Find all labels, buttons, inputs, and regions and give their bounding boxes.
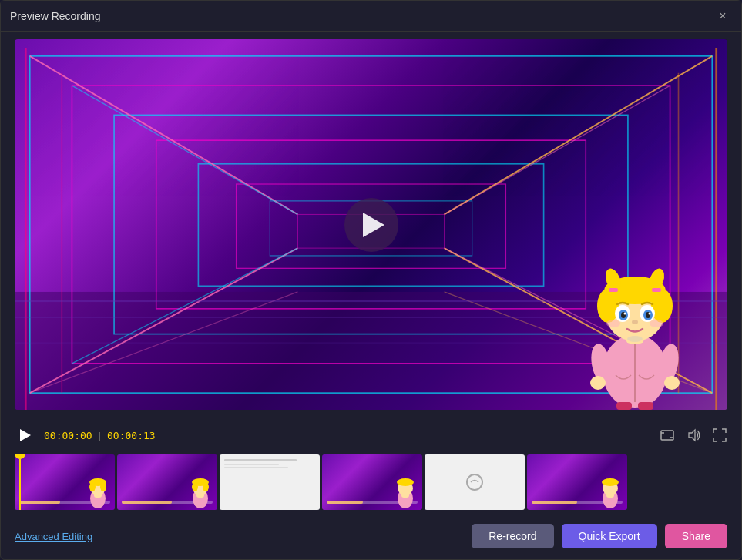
svg-point-47 [650, 320, 663, 327]
titlebar: Preview Recording × [1, 1, 741, 32]
svg-point-70 [203, 482, 209, 491]
fullscreen-button[interactable] [712, 428, 727, 443]
share-button[interactable]: Share [665, 524, 727, 548]
filmstrip-thumb-3[interactable] [220, 454, 320, 510]
svg-point-64 [100, 482, 106, 491]
filmstrip-thumb-4[interactable] [322, 454, 422, 510]
footer: Advanced Editing Re-record Quick Export … [1, 516, 741, 559]
svg-point-31 [597, 289, 619, 323]
volume-button[interactable] [686, 428, 701, 443]
seek-indicator[interactable] [15, 454, 25, 510]
svg-line-15 [445, 86, 670, 214]
avatar-character [573, 240, 697, 410]
svg-line-9 [30, 56, 298, 215]
svg-line-11 [72, 86, 297, 214]
play-button-overlay[interactable] [344, 198, 398, 252]
thumb-avatar-4 [392, 471, 419, 510]
svg-point-44 [649, 313, 651, 315]
svg-rect-55 [661, 431, 673, 440]
control-icons-group [660, 428, 727, 443]
time-current: 00:00:00 [44, 430, 92, 441]
svg-point-74 [397, 478, 414, 486]
filmstrip-inner [15, 454, 727, 510]
thumb-bg-5 [425, 454, 525, 510]
svg-point-75 [467, 474, 482, 490]
svg-point-43 [624, 313, 626, 315]
thumb-avatar-6 [597, 471, 624, 510]
svg-point-32 [651, 289, 673, 323]
svg-rect-54 [638, 402, 653, 410]
play-pause-button[interactable] [15, 424, 36, 446]
filmstrip-thumb-5[interactable] [425, 454, 525, 510]
svg-rect-36 [652, 288, 661, 292]
thumb-bg-3 [220, 454, 320, 510]
video-player[interactable] [15, 39, 727, 410]
rerecord-button[interactable]: Re-record [472, 524, 553, 548]
svg-point-48 [627, 336, 643, 342]
aspect-ratio-button[interactable] [660, 428, 675, 443]
quick-export-button[interactable]: Quick Export [562, 524, 657, 548]
close-button[interactable]: × [713, 7, 732, 25]
svg-point-51 [590, 376, 606, 390]
svg-point-69 [192, 482, 198, 491]
time-display: 00:00:00 | 00:00:13 [44, 430, 156, 441]
video-background [15, 39, 727, 410]
time-separator: | [99, 430, 101, 441]
window-title: Preview Recording [10, 10, 101, 22]
filmstrip-thumb-1[interactable] [15, 454, 115, 510]
svg-marker-58 [689, 430, 695, 441]
svg-rect-35 [609, 288, 618, 292]
thumb-avatar-2 [187, 471, 214, 510]
seek-line [19, 459, 21, 510]
filmstrip-thumb-6[interactable] [527, 454, 627, 510]
svg-point-79 [602, 478, 619, 486]
svg-line-13 [445, 56, 713, 215]
thumb-fill-2 [122, 501, 172, 504]
footer-buttons: Re-record Quick Export Share [472, 524, 727, 548]
svg-point-52 [664, 376, 680, 390]
thumb-fill-4 [327, 501, 363, 504]
svg-point-46 [606, 320, 620, 327]
filmstrip [1, 454, 741, 516]
play-triangle-icon [363, 213, 384, 237]
svg-rect-53 [616, 402, 632, 410]
filmstrip-thumb-2[interactable] [117, 454, 217, 510]
thumb-avatar-1 [85, 471, 112, 510]
preview-recording-window: Preview Recording × [0, 0, 742, 560]
advanced-editing-link[interactable]: Advanced Editing [15, 531, 92, 542]
thumb-fill-6 [532, 501, 577, 504]
controls-bar: 00:00:00 | 00:00:13 [1, 416, 741, 454]
svg-point-45 [632, 320, 638, 324]
svg-point-63 [89, 482, 96, 491]
play-icon [20, 429, 31, 441]
time-total: 00:00:13 [107, 430, 156, 441]
